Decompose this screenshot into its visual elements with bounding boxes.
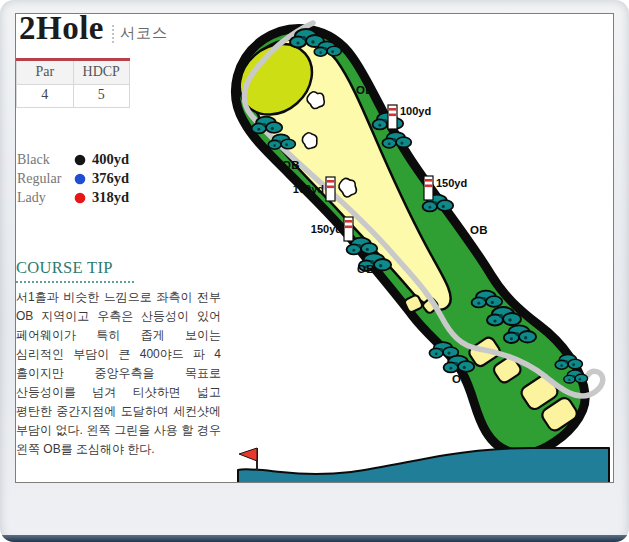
tee-distance: 376yd xyxy=(92,170,129,187)
ob-label: OB xyxy=(356,84,374,96)
header: 2Hole 서코스 xyxy=(19,13,168,47)
page-title: 2Hole xyxy=(19,13,104,47)
hdcp-header: HDCP xyxy=(73,60,130,85)
hole-guide-panel: 2Hole 서코스 Par HDCP 4 5 Black 400yd Regul… xyxy=(15,13,614,483)
hdcp-value: 5 xyxy=(73,85,130,108)
course-tip-title: COURSE TIP xyxy=(16,258,134,283)
hole-map: 100yd 150yd 100yd 150yd OB OB OB OB OB xyxy=(221,13,614,483)
ob-label: OB xyxy=(452,373,470,385)
yardage-label-right-150: 150yd xyxy=(436,177,467,189)
yardage-label-right-100: 100yd xyxy=(400,105,431,117)
course-name: 서코스 xyxy=(120,24,168,43)
elevation-band xyxy=(238,448,609,483)
tee-dot-black-icon xyxy=(74,154,86,166)
par-value: 4 xyxy=(17,85,74,108)
course-tip-body: 서1홀과 비슷한 느낌으로 좌측이 전부 OB 지역이고 우측은 산등성이 있어… xyxy=(16,288,221,459)
tee-dot-regular-icon xyxy=(74,173,86,185)
tee-name: Lady xyxy=(17,190,74,206)
ob-label: OB xyxy=(282,159,300,171)
tee-dot-lady-icon xyxy=(74,192,86,204)
flag-icon xyxy=(239,448,257,461)
hole-body xyxy=(221,13,604,483)
yardage-label-left-150: 150yd xyxy=(311,223,342,235)
tee-distance: 400yd xyxy=(92,151,129,168)
tee-distance-list: Black 400yd Regular 376yd Lady 318yd xyxy=(17,150,129,207)
elevation-profile xyxy=(238,448,609,483)
bottom-divider-bar xyxy=(0,535,629,542)
screenshot-stage: 2Hole 서코스 Par HDCP 4 5 Black 400yd Regul… xyxy=(0,0,629,542)
par-header: Par xyxy=(17,60,74,85)
ob-label: OB xyxy=(357,263,375,275)
yardage-label-left-100: 100yd xyxy=(293,183,324,195)
tee-row-regular: Regular 376yd xyxy=(17,169,129,188)
tee-row-lady: Lady 318yd xyxy=(17,188,129,207)
title-divider xyxy=(112,25,114,43)
tee-name: Black xyxy=(17,152,74,168)
tee-row-black: Black 400yd xyxy=(17,150,129,169)
ob-label: OB xyxy=(470,224,488,236)
tee-distance: 318yd xyxy=(92,189,129,206)
tee-name: Regular xyxy=(17,171,74,187)
par-hdcp-table: Par HDCP 4 5 xyxy=(16,58,130,108)
